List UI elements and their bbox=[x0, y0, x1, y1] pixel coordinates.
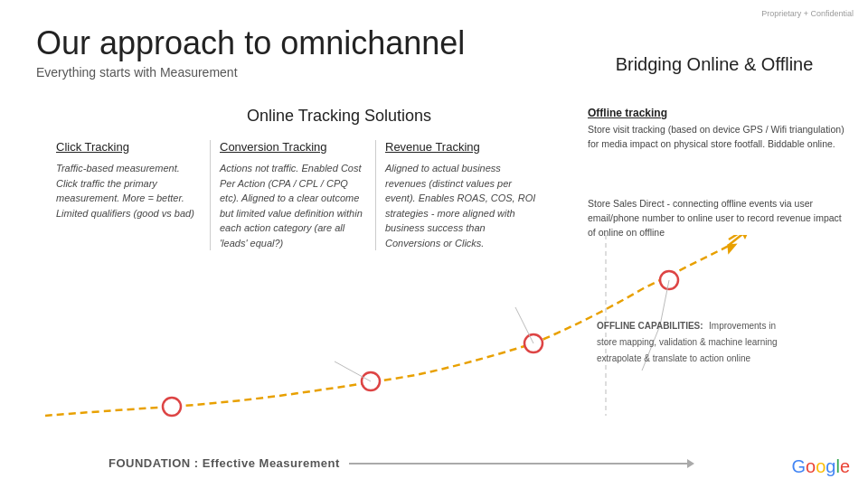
conversion-tracking-title: Conversion Tracking bbox=[220, 140, 363, 154]
foundation-line bbox=[349, 463, 687, 465]
revenue-tracking-title: Revenue Tracking bbox=[385, 140, 538, 154]
offline-tracking-block: Offline tracking Store visit tracking (b… bbox=[588, 107, 850, 152]
online-section-title: Online Tracking Solutions bbox=[136, 107, 542, 126]
google-o1: o bbox=[806, 456, 816, 476]
foundation-bar: FOUNDATION : Effective Measurement bbox=[108, 456, 687, 470]
click-tracking-text: Traffic-based measurement. Click traffic… bbox=[56, 161, 196, 221]
click-tracking-title: Click Tracking bbox=[56, 140, 196, 154]
offline-main-title: Bridging Online & Offline bbox=[579, 54, 850, 75]
google-g: G bbox=[791, 456, 806, 476]
foundation-arrow bbox=[687, 459, 694, 468]
google-e: e bbox=[840, 456, 850, 476]
google-logo: Google bbox=[791, 456, 850, 477]
offline-tracking-title: Offline tracking bbox=[588, 107, 850, 119]
offline-tracking-text: Store visit tracking (based on device GP… bbox=[588, 123, 850, 152]
google-o2: o bbox=[816, 456, 826, 476]
proprietary-label: Proprietary + Confidential bbox=[761, 9, 854, 18]
offline-capabilities: OFFLINE CAPABILITIES: Improvements in st… bbox=[597, 316, 796, 365]
google-g2: g bbox=[826, 456, 835, 476]
svg-line-9 bbox=[335, 361, 371, 381]
revenue-tracking-text: Aligned to actual business revenues (dis… bbox=[385, 161, 538, 250]
store-sales-text: Store Sales Direct - connecting offline … bbox=[588, 197, 850, 239]
conversion-tracking-text: Actions not traffic. Enabled Cost Per Ac… bbox=[220, 161, 363, 250]
slide: Proprietary + Confidential Our approach … bbox=[0, 0, 868, 488]
svg-line-8 bbox=[515, 307, 533, 343]
store-sales-block: Store Sales Direct - connecting offline … bbox=[588, 197, 850, 239]
revenue-tracking-col: Revenue Tracking Aligned to actual busin… bbox=[375, 140, 538, 250]
conversion-tracking-col: Conversion Tracking Actions not traffic.… bbox=[210, 140, 363, 250]
svg-point-3 bbox=[163, 398, 181, 416]
foundation-label: FOUNDATION : Effective Measurement bbox=[108, 456, 340, 470]
offline-capabilities-label: OFFLINE CAPABILITIES: bbox=[597, 321, 703, 331]
click-tracking-col: Click Tracking Traffic-based measurement… bbox=[56, 140, 196, 221]
